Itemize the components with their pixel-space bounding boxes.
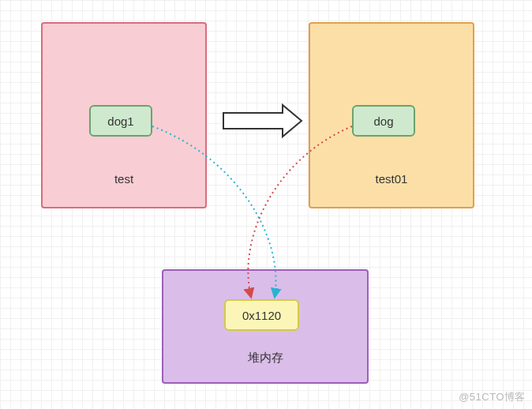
- node-address-label: 0x1120: [242, 309, 281, 322]
- box-heap-label: 堆内存: [162, 351, 369, 366]
- arrow-test-to-test01: [223, 105, 302, 137]
- box-test01-label: test01: [309, 172, 474, 186]
- node-address: 0x1120: [224, 299, 299, 331]
- node-dog1-label: dog1: [107, 114, 133, 128]
- watermark: @51CTO博客: [459, 390, 526, 404]
- node-dog1: dog1: [89, 105, 152, 137]
- node-dog-label: dog: [373, 114, 393, 128]
- node-dog: dog: [352, 105, 415, 137]
- box-test-label: test: [41, 172, 207, 186]
